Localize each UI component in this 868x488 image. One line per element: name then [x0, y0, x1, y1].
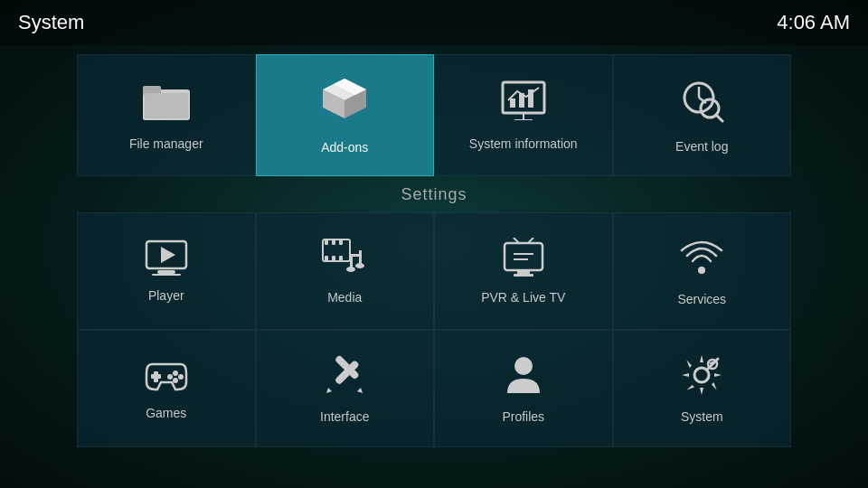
grid-item-games[interactable]: Games: [77, 330, 256, 447]
svg-rect-27: [339, 239, 343, 245]
interface-label: Interface: [320, 409, 369, 424]
player-label: Player: [148, 288, 184, 303]
clock: 4:06 AM: [777, 11, 850, 34]
svg-rect-30: [339, 256, 343, 261]
services-icon: [680, 236, 723, 285]
player-icon: [145, 239, 188, 281]
media-icon: [321, 238, 368, 283]
grid-row-1: Player Media: [77, 212, 791, 330]
top-item-addons[interactable]: Add-ons: [256, 54, 435, 176]
eventlog-icon: [679, 78, 724, 130]
svg-rect-3: [145, 93, 188, 118]
top-item-event-log[interactable]: Event log: [613, 54, 792, 176]
folder-icon: [143, 80, 190, 127]
svg-rect-23: [152, 274, 181, 276]
grid-item-pvr[interactable]: PVR & Live TV: [434, 212, 613, 330]
svg-rect-41: [517, 270, 530, 274]
svg-marker-21: [161, 247, 175, 263]
svg-rect-36: [505, 243, 542, 270]
profiles-label: Profiles: [502, 409, 544, 424]
grid-item-services[interactable]: Services: [613, 212, 792, 330]
svg-rect-33: [350, 254, 362, 257]
svg-point-48: [173, 378, 178, 383]
svg-marker-51: [326, 388, 332, 393]
settings-label: Settings: [0, 185, 868, 204]
svg-rect-25: [325, 239, 328, 245]
sysinfo-icon: [501, 80, 546, 127]
top-item-system-information[interactable]: System information: [434, 54, 613, 176]
top-item-file-manager[interactable]: File manager: [77, 54, 256, 176]
games-label: Games: [146, 406, 186, 420]
system-label: System: [681, 409, 723, 424]
grid-row-2: Games Interface Profiles: [77, 330, 791, 447]
svg-point-35: [355, 263, 364, 268]
services-label: Services: [677, 292, 726, 306]
svg-line-19: [716, 115, 722, 121]
app-title: System: [18, 11, 84, 34]
pvr-icon: [501, 238, 546, 283]
grid-item-system[interactable]: System: [613, 330, 792, 447]
svg-rect-12: [510, 99, 515, 108]
file-manager-label: File manager: [129, 136, 203, 151]
top-bar: System 4:06 AM: [0, 0, 868, 45]
grid-item-media[interactable]: Media: [256, 212, 435, 330]
svg-rect-32: [359, 250, 362, 265]
system-information-label: System information: [469, 136, 578, 151]
system-icon: [680, 353, 723, 402]
media-label: Media: [327, 290, 362, 305]
svg-point-46: [173, 371, 178, 376]
interface-icon: [323, 353, 366, 402]
svg-point-54: [514, 357, 533, 375]
svg-point-34: [346, 267, 355, 272]
event-log-label: Event log: [675, 139, 728, 154]
games-icon: [143, 357, 190, 399]
svg-rect-26: [332, 239, 335, 245]
svg-rect-45: [151, 374, 161, 379]
grid-item-player[interactable]: Player: [77, 212, 256, 330]
svg-point-49: [167, 374, 173, 380]
svg-marker-53: [357, 388, 363, 393]
pvr-label: PVR & Live TV: [481, 290, 565, 305]
svg-rect-22: [157, 270, 175, 274]
top-items-row: File manager Add-ons: [0, 45, 868, 176]
svg-rect-28: [325, 256, 328, 261]
grid-item-interface[interactable]: Interface: [256, 330, 435, 447]
addons-icon: [321, 77, 368, 131]
svg-point-47: [178, 374, 184, 380]
addons-label: Add-ons: [321, 140, 368, 155]
svg-point-43: [698, 267, 705, 274]
svg-rect-42: [514, 274, 533, 277]
svg-rect-29: [332, 256, 335, 261]
grid-item-profiles[interactable]: Profiles: [434, 330, 613, 447]
profiles-icon: [504, 353, 543, 402]
